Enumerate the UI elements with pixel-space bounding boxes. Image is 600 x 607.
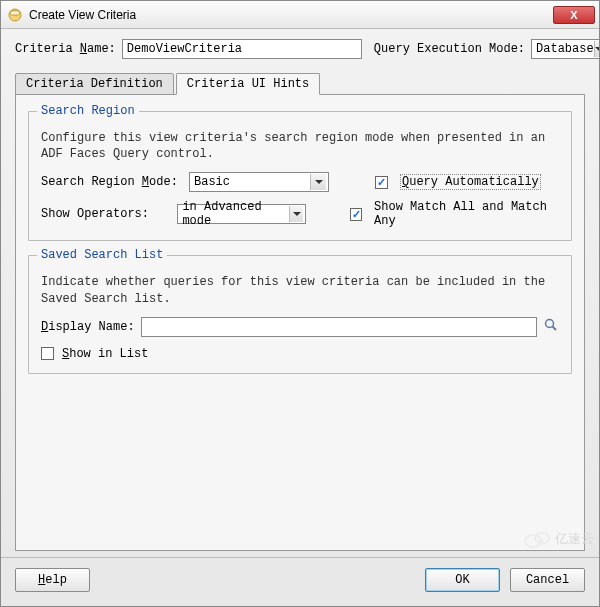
app-icon: [7, 7, 23, 23]
query-automatically-label: Query Automatically: [400, 174, 541, 190]
cancel-button[interactable]: Cancel: [510, 568, 585, 592]
display-name-label: Display Name:: [41, 320, 135, 334]
chevron-down-icon: [289, 206, 304, 222]
search-region-group: Search Region Configure this view criter…: [28, 111, 572, 241]
show-operators-label: Show Operators:: [41, 207, 169, 221]
show-match-label: Show Match All and Match Any: [374, 200, 559, 228]
show-operators-value: in Advanced mode: [182, 200, 288, 228]
show-in-list-label: Show in List: [62, 347, 148, 361]
saved-search-description: Indicate whether queries for this view c…: [41, 274, 559, 306]
help-button[interactable]: Help: [15, 568, 90, 592]
tab-criteria-ui-hints[interactable]: Criteria UI Hints: [176, 73, 320, 95]
saved-search-title: Saved Search List: [37, 248, 167, 262]
display-name-input[interactable]: [141, 317, 537, 337]
exec-mode-dropdown[interactable]: Database: [531, 39, 599, 59]
svg-line-3: [553, 326, 557, 330]
search-region-mode-label: Search Region Mode:: [41, 175, 181, 189]
svg-point-2: [546, 319, 554, 327]
show-match-checkbox[interactable]: [350, 208, 362, 221]
search-region-mode-value: Basic: [194, 175, 230, 189]
query-automatically-checkbox[interactable]: [375, 176, 388, 189]
svg-point-1: [10, 10, 20, 14]
search-icon[interactable]: [543, 317, 559, 337]
button-bar: Help OK Cancel: [1, 557, 599, 606]
search-region-mode-dropdown[interactable]: Basic: [189, 172, 329, 192]
ok-button[interactable]: OK: [425, 568, 500, 592]
show-operators-dropdown[interactable]: in Advanced mode: [177, 204, 306, 224]
window-title: Create View Criteria: [29, 8, 136, 22]
search-region-description: Configure this view criteria's search re…: [41, 130, 559, 162]
exec-mode-label: Query Execution Mode:: [374, 42, 525, 56]
tab-strip: Criteria Definition Criteria UI Hints: [15, 73, 585, 95]
exec-mode-value: Database: [536, 42, 594, 56]
criteria-name-input[interactable]: [122, 39, 362, 59]
saved-search-group: Saved Search List Indicate whether queri…: [28, 255, 572, 373]
close-icon: X: [570, 9, 577, 21]
criteria-name-label: Criteria Name:: [15, 42, 116, 56]
chevron-down-icon: [594, 41, 599, 57]
tab-panel-hints: Search Region Configure this view criter…: [15, 94, 585, 551]
search-region-title: Search Region: [37, 104, 139, 118]
close-button[interactable]: X: [553, 6, 595, 24]
chevron-down-icon: [310, 174, 326, 190]
tab-criteria-definition[interactable]: Criteria Definition: [15, 73, 174, 95]
titlebar: Create View Criteria X: [1, 1, 599, 29]
show-in-list-checkbox[interactable]: [41, 347, 54, 360]
